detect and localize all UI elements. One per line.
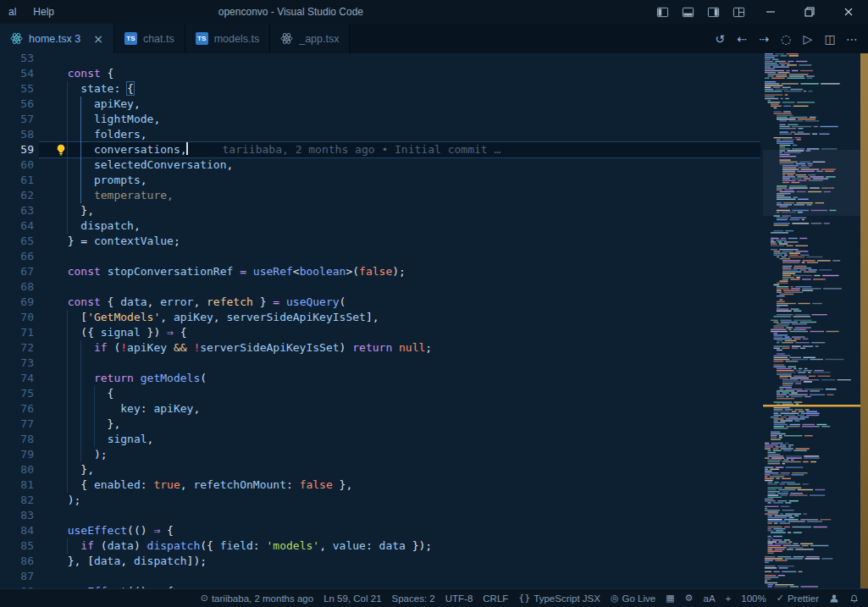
code-line-64[interactable]: dispatch,	[54, 218, 756, 234]
minimap[interactable]	[763, 53, 860, 588]
line-number[interactable]: 85	[0, 538, 34, 554]
line-number[interactable]: 76	[0, 401, 34, 417]
split-editor-icon[interactable]: ◫	[819, 32, 841, 46]
quick-fix-lightbulb-icon[interactable]	[55, 144, 67, 156]
line-number[interactable]: 82	[0, 493, 34, 508]
code-line-71[interactable]: ({ signal }) ⇒ {	[54, 325, 756, 340]
status-eol[interactable]: CRLF	[478, 589, 513, 607]
line-number[interactable]: 59	[0, 142, 34, 157]
line-number[interactable]: 86	[0, 554, 34, 569]
code-line-87[interactable]	[54, 569, 756, 584]
line-number[interactable]: 62	[0, 188, 34, 203]
code-line-80[interactable]: },	[54, 462, 756, 477]
line-number[interactable]: 66	[0, 249, 34, 264]
run-icon[interactable]: ◌	[775, 32, 797, 46]
line-number[interactable]: 57	[0, 112, 34, 127]
status-notifications[interactable]	[844, 589, 865, 607]
line-number[interactable]: 84	[0, 523, 34, 538]
close-tab-icon[interactable]: ×	[93, 32, 103, 46]
line-number[interactable]: 73	[0, 356, 34, 371]
status-settings[interactable]: ⚙	[680, 589, 699, 607]
overview-ruler-scrollbar[interactable]	[860, 53, 868, 588]
status-language-mode[interactable]: {}TypeScript JSX	[513, 589, 605, 607]
code-line-83[interactable]	[54, 508, 756, 523]
line-number[interactable]: 63	[0, 203, 34, 218]
toggle-sidebar-right-icon[interactable]	[700, 0, 726, 24]
code-line-73[interactable]	[54, 356, 756, 371]
minimize-window-icon[interactable]	[751, 0, 790, 24]
code-line-57[interactable]: lightMode,	[54, 112, 756, 127]
code-line-59[interactable]: conversations,tariibaba, 2 months ago • …	[54, 142, 756, 157]
line-number[interactable]: 60	[0, 157, 34, 173]
status-prettier[interactable]: ✓Prettier	[771, 589, 824, 607]
code-line-78[interactable]: signal,	[54, 432, 756, 447]
line-number[interactable]: 75	[0, 386, 34, 401]
status-cursor-position[interactable]: Ln 59, Col 21	[318, 589, 386, 607]
line-number[interactable]: 78	[0, 432, 34, 447]
code-line-82[interactable]: );	[54, 493, 756, 508]
code-line-66[interactable]	[54, 249, 756, 264]
code-line-70[interactable]: ['GetModels', apiKey, serverSideApiKeyIs…	[54, 310, 756, 325]
line-number[interactable]: 87	[0, 569, 34, 584]
line-number[interactable]: 80	[0, 462, 34, 477]
status-git-blame[interactable]: ⊙tariibaba, 2 months ago	[196, 589, 318, 607]
line-number[interactable]: 72	[0, 340, 34, 356]
line-number[interactable]: 79	[0, 447, 34, 462]
line-number[interactable]: 81	[0, 477, 34, 493]
close-window-icon[interactable]	[829, 0, 868, 24]
line-number[interactable]: 69	[0, 295, 34, 310]
navigate-back-icon[interactable]: ⇠	[731, 32, 753, 46]
line-number[interactable]: 77	[0, 417, 34, 432]
line-number[interactable]: 68	[0, 279, 34, 295]
line-number[interactable]: 71	[0, 325, 34, 340]
more-actions-icon[interactable]: ⋯	[841, 32, 863, 46]
status-go-live[interactable]: ◎Go Live	[605, 589, 661, 607]
customize-layout-icon[interactable]	[726, 0, 751, 24]
line-number[interactable]: 64	[0, 218, 34, 234]
status-zoom-level[interactable]: 100%	[736, 589, 771, 607]
toggle-panel-icon[interactable]	[675, 0, 700, 24]
code-line-55[interactable]: state: {	[54, 81, 756, 97]
line-number[interactable]: 74	[0, 371, 34, 386]
code-line-56[interactable]: apiKey,	[54, 97, 756, 112]
code-line-54[interactable]: const {	[54, 66, 756, 81]
menu-item-al[interactable]: al	[8, 6, 16, 18]
restore-window-icon[interactable]	[790, 0, 829, 24]
status-zoom-in[interactable]: +	[721, 589, 737, 607]
line-number[interactable]: 65	[0, 234, 34, 249]
line-number[interactable]: 56	[0, 97, 34, 112]
status-browser-preview[interactable]: ▦	[661, 589, 679, 607]
code-line-67[interactable]: const stopConversationRef = useRef<boole…	[54, 264, 756, 279]
line-number[interactable]: 67	[0, 264, 34, 279]
code-line-86[interactable]: }, [data, dispatch]);	[54, 554, 756, 569]
code-line-76[interactable]: key: apiKey,	[54, 401, 756, 417]
line-number[interactable]: 55	[0, 81, 34, 97]
code-line-69[interactable]: const { data, error, refetch } = useQuer…	[54, 295, 756, 310]
line-number[interactable]: 58	[0, 127, 34, 142]
debug-run-icon[interactable]: ▷	[797, 32, 819, 46]
line-number[interactable]: 53	[0, 53, 34, 66]
code-line-53[interactable]	[54, 53, 756, 66]
toggle-sidebar-left-icon[interactable]	[650, 0, 675, 24]
tab-home[interactable]: home.tsx 3×	[0, 24, 114, 53]
code-line-85[interactable]: if (data) dispatch({ field: 'models', va…	[54, 538, 756, 554]
status-encoding[interactable]: UTF-8	[440, 589, 478, 607]
code-line-61[interactable]: prompts,	[54, 173, 756, 188]
menu-item-help[interactable]: Help	[33, 6, 54, 18]
code-line-72[interactable]: if (!apiKey && !serverSideApiKeyIsSet) r…	[54, 340, 756, 356]
code-line-74[interactable]: return getModels(	[54, 371, 756, 386]
status-font-toggle[interactable]: aA	[698, 589, 720, 607]
code-line-60[interactable]: selectedConversation,	[54, 157, 756, 173]
line-number[interactable]: 70	[0, 310, 34, 325]
code-line-77[interactable]: },	[54, 417, 756, 432]
timeline-icon[interactable]: ↺	[709, 32, 731, 46]
line-number[interactable]: 61	[0, 173, 34, 188]
code-line-84[interactable]: useEffect(() ⇒ {	[54, 523, 756, 538]
line-number[interactable]: 83	[0, 508, 34, 523]
tab-app[interactable]: _app.tsx	[270, 24, 350, 53]
code-line-62[interactable]: temperature,	[54, 188, 756, 203]
status-account[interactable]	[824, 589, 844, 607]
code-line-75[interactable]: {	[54, 386, 756, 401]
tab-models[interactable]: TSmodels.ts	[185, 24, 271, 53]
code-line-65[interactable]: } = contextValue;	[54, 234, 756, 249]
